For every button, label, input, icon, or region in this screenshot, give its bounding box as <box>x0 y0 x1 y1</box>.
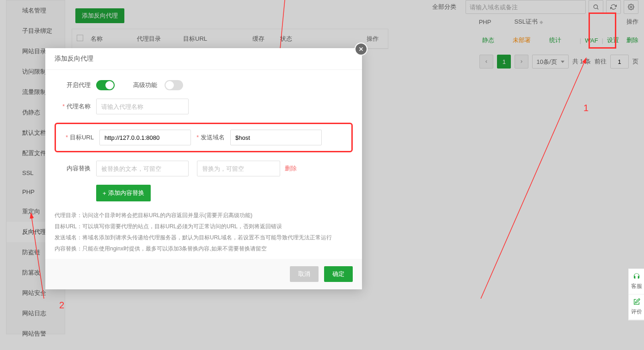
close-icon <box>358 46 364 52</box>
col-status: 状态 <box>280 35 308 43</box>
highlight-target-url: 目标URL 发送域名 <box>55 123 353 152</box>
content-replace-from[interactable] <box>96 161 189 176</box>
proxy-name-label: 代理名称 <box>55 102 96 111</box>
headset-icon <box>633 273 640 280</box>
col-action: 操作 <box>308 35 383 43</box>
col-name: 名称 <box>91 35 137 43</box>
confirm-button[interactable]: 确定 <box>324 266 353 282</box>
target-url-label: 目标URL <box>60 133 99 142</box>
send-domain-label: 发送域名 <box>191 133 230 142</box>
send-domain-input[interactable] <box>230 130 322 145</box>
toggle-adv-label: 高级功能 <box>133 81 157 89</box>
side-widget: 客服 评价 <box>628 269 644 320</box>
help-text: 代理目录：访问这个目录时将会把目标URL的内容返回并显示(需要开启高级功能) 目… <box>55 210 353 254</box>
plus-icon: + <box>103 190 106 197</box>
proxy-name-input[interactable] <box>96 99 189 114</box>
dialog-title: 添加反向代理 <box>45 48 362 70</box>
content-replace-to[interactable] <box>197 161 280 176</box>
target-url-input[interactable] <box>99 130 191 145</box>
feedback-button[interactable]: 评价 <box>629 294 644 320</box>
sidebar-item-alert[interactable]: 网站告警 <box>6 324 65 344</box>
add-proxy-dialog: 添加反向代理 开启代理 高级功能 代理名称 目标URL 发送域名 内容替换 <box>45 48 362 289</box>
edit-icon <box>633 298 640 306</box>
customer-service-button[interactable]: 客服 <box>629 269 644 294</box>
sidebar-item-domain[interactable]: 域名管理 <box>6 0 65 21</box>
col-dir: 代理目录 <box>137 35 183 43</box>
add-reverse-proxy-button[interactable]: 添加反向代理 <box>75 8 124 23</box>
content-replace-label: 内容替换 <box>55 164 96 173</box>
toggle-proxy-label: 开启代理 <box>55 81 96 89</box>
cancel-button[interactable]: 取消 <box>290 266 319 282</box>
close-button[interactable] <box>355 43 368 56</box>
col-target: 目标URL <box>183 35 252 43</box>
toggle-advanced[interactable] <box>165 80 183 90</box>
sidebar-item-other[interactable]: 其他设置 <box>6 344 65 350</box>
add-content-replace-button[interactable]: + 添加内容替换 <box>96 185 151 201</box>
toggle-proxy[interactable] <box>96 80 115 90</box>
col-cache: 缓存 <box>252 35 280 43</box>
sidebar-item-log[interactable]: 网站日志 <box>6 303 65 324</box>
delete-replace-link[interactable]: 删除 <box>285 164 297 173</box>
select-all-checkbox[interactable] <box>77 35 83 41</box>
sidebar-item-subdir[interactable]: 子目录绑定 <box>6 21 65 41</box>
